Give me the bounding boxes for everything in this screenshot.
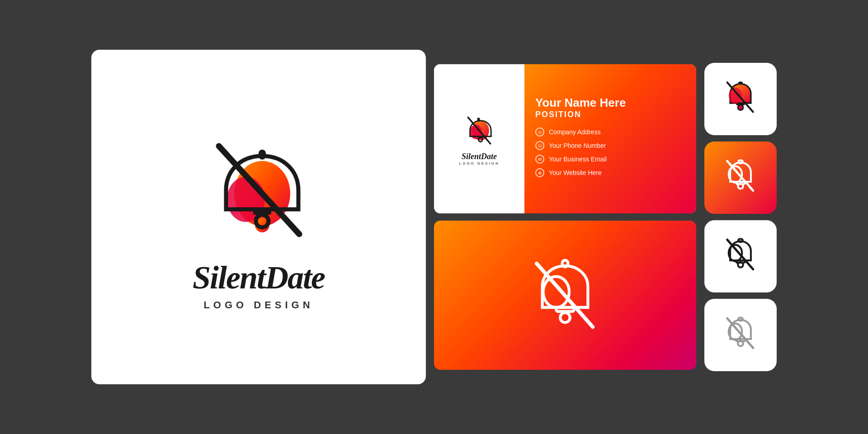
svg-rect-18 [738, 82, 743, 85]
email-text: Your Business Email [549, 156, 607, 163]
svg-rect-11 [477, 118, 480, 121]
website-text: Your Website Here [549, 169, 602, 176]
svg-point-20 [738, 105, 743, 110]
bell-icon-2 [720, 157, 761, 198]
main-container: SilentDate LOGO DESIGN [0, 0, 868, 434]
biz-card-right: Your Name Here POSITION ⊙ Company Addres… [524, 64, 696, 213]
biz-position: POSITION [535, 110, 685, 119]
logo-title: SilentDate [193, 259, 325, 297]
logo-card: SilentDate LOGO DESIGN [91, 50, 426, 384]
location-icon: ⊙ [535, 127, 544, 137]
logo-icon-large [195, 123, 322, 250]
bell-icon-3 [720, 236, 761, 277]
gradient-card-bell-icon [524, 255, 606, 336]
bell-icon-4 [720, 315, 761, 355]
icon-card-2 [704, 142, 777, 214]
phone-text: Your Phone Number [549, 142, 606, 149]
business-card: SilentDate LOGO DESIGN Your Name Here PO… [434, 64, 696, 213]
svg-point-35 [738, 341, 743, 346]
svg-point-25 [738, 184, 743, 189]
email-row: ✉ Your Business Email [535, 155, 685, 164]
gradient-card [434, 221, 696, 370]
address-row: ⊙ Company Address [535, 127, 685, 137]
biz-card-icon [461, 112, 497, 148]
svg-point-16 [543, 277, 569, 307]
icon-card-1 [704, 63, 777, 135]
phone-row: ☏ Your Phone Number [535, 141, 685, 150]
icon-card-4 [704, 299, 777, 371]
svg-rect-13 [562, 260, 568, 267]
middle-column: SilentDate LOGO DESIGN Your Name Here PO… [434, 64, 696, 370]
biz-card-logo-text: SilentDate [462, 152, 497, 161]
address-text: Company Address [549, 128, 600, 136]
svg-point-15 [560, 313, 570, 323]
biz-name: Your Name Here [535, 96, 685, 110]
email-icon: ✉ [535, 155, 544, 164]
website-row: ⊕ Your Website Here [535, 168, 685, 177]
phone-icon: ☏ [535, 141, 544, 150]
website-icon: ⊕ [535, 168, 544, 177]
icon-card-3 [704, 220, 777, 292]
bell-icon-1 [720, 79, 761, 119]
logo-subtitle: LOGO DESIGN [203, 299, 313, 311]
right-column [704, 63, 777, 371]
biz-card-left: SilentDate LOGO DESIGN [434, 64, 524, 213]
svg-point-30 [738, 262, 743, 267]
biz-card-logo-sub: LOGO DESIGN [459, 161, 499, 165]
